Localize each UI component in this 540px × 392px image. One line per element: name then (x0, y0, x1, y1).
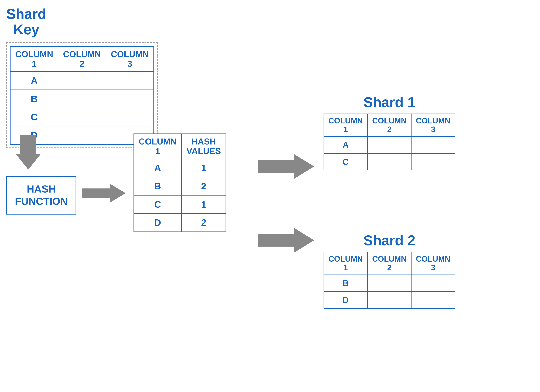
source-row-c-col1: C (10, 108, 58, 126)
hash-row-d-col: D (134, 213, 182, 232)
right-arrow-3-icon (258, 225, 314, 256)
hash-row-d-val: 2 (182, 213, 226, 232)
table-row: C 1 (134, 195, 226, 213)
hash-table: COLUMN1 HASHVALUES A 1 B 2 C 1 D 2 (134, 134, 226, 232)
hash-row-a-val: 1 (182, 159, 226, 177)
source-row-d-col2 (58, 126, 106, 144)
svg-marker-1 (82, 184, 126, 203)
shard2-table: COLUMN1 COLUMN2 COLUMN3 B D (324, 252, 455, 309)
shard2-row-d-col1: D (324, 292, 368, 308)
table-row: C (10, 108, 154, 126)
shard2-title: Shard 2 (324, 233, 455, 249)
shard1-row-a-col1: A (324, 137, 368, 154)
shard2-row-b-col2 (368, 275, 411, 292)
table-row: D (324, 292, 455, 308)
arrow-right-1 (82, 181, 126, 206)
shard1-col3-header: COLUMN3 (411, 114, 455, 137)
shard1-col2-header: COLUMN2 (368, 114, 411, 137)
shard2-col1-header: COLUMN1 (324, 252, 368, 275)
shard1-container: Shard 1 COLUMN1 COLUMN2 COLUMN3 A C (324, 94, 455, 170)
right-arrow-1-icon (82, 181, 126, 206)
hash-row-c-val: 1 (182, 195, 226, 213)
shard1-table: COLUMN1 COLUMN2 COLUMN3 A C (324, 114, 455, 170)
hash-col2-header: HASHVALUES (182, 134, 226, 159)
hash-row-a-col: A (134, 159, 182, 177)
shard2-row-b-col3 (411, 275, 455, 292)
source-row-b-col2 (58, 90, 106, 108)
source-row-c-col2 (58, 108, 106, 126)
right-arrow-2-icon (258, 151, 314, 182)
arrow-down (16, 135, 41, 170)
hash-table-container: COLUMN1 HASHVALUES A 1 B 2 C 1 D 2 (134, 134, 226, 232)
arrow-right-3 (258, 225, 314, 257)
source-row-c-col3 (106, 108, 154, 126)
table-row: C (324, 154, 455, 170)
table-row: A 1 (134, 159, 226, 177)
shard-key-title: ShardKey (6, 6, 46, 37)
svg-marker-0 (16, 135, 41, 170)
shard1-row-a-col3 (411, 137, 455, 154)
table-row: A (324, 137, 455, 154)
arrow-right-2 (258, 151, 314, 183)
source-col3-header: COLUMN3 (106, 46, 154, 72)
table-row: B 2 (134, 177, 226, 195)
source-row-b-col1: B (10, 90, 58, 108)
source-row-a-col2 (58, 72, 106, 90)
source-col1-header: COLUMN1 (10, 46, 58, 72)
hash-row-b-col: B (134, 177, 182, 195)
shard2-col2-header: COLUMN2 (368, 252, 411, 275)
shard2-row-d-col3 (411, 292, 455, 308)
table-row: B (10, 90, 154, 108)
table-row: D 2 (134, 213, 226, 232)
svg-marker-3 (258, 228, 314, 253)
shard2-row-b-col1: B (324, 275, 368, 292)
hash-function-box: HASHFUNCTION (6, 176, 76, 214)
source-table: COLUMN1 COLUMN2 COLUMN3 A B C D (10, 46, 154, 145)
shard2-container: Shard 2 COLUMN1 COLUMN2 COLUMN3 B D (324, 233, 455, 309)
table-row: B (324, 275, 455, 292)
source-table-wrapper: COLUMN1 COLUMN2 COLUMN3 A B C D (6, 42, 158, 149)
shard1-title: Shard 1 (324, 94, 455, 110)
svg-marker-2 (258, 154, 314, 179)
table-row: A (10, 72, 154, 90)
shard1-col1-header: COLUMN1 (324, 114, 368, 137)
shard2-col3-header: COLUMN3 (411, 252, 455, 275)
hash-row-c-col: C (134, 195, 182, 213)
shard1-row-c-col3 (411, 154, 455, 170)
hash-row-b-val: 2 (182, 177, 226, 195)
source-row-b-col3 (106, 90, 154, 108)
down-arrow-icon (16, 135, 41, 170)
hash-col1-header: COLUMN1 (134, 134, 182, 159)
shard1-row-a-col2 (368, 137, 411, 154)
shard1-row-c-col2 (368, 154, 411, 170)
source-col2-header: COLUMN2 (58, 46, 106, 72)
source-row-a-col3 (106, 72, 154, 90)
shard2-row-d-col2 (368, 292, 411, 308)
source-row-a-col1: A (10, 72, 58, 90)
shard1-row-c-col1: C (324, 154, 368, 170)
